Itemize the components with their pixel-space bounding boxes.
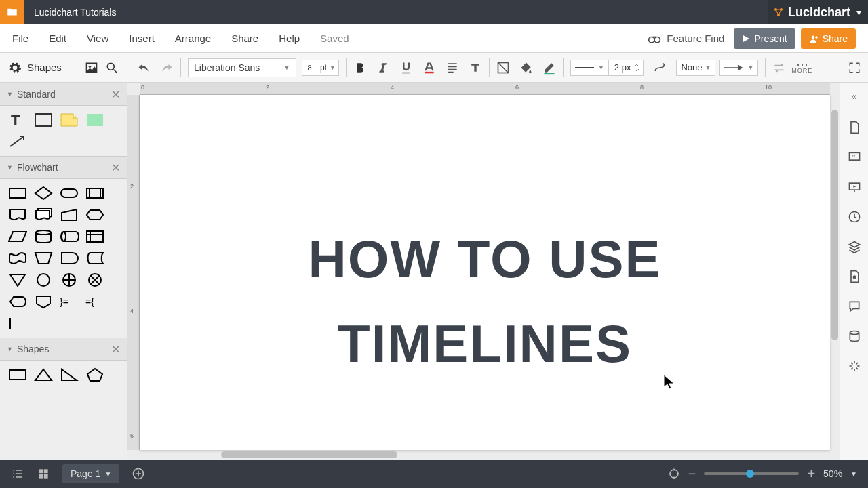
scrollbar-thumb[interactable]	[831, 110, 838, 340]
search-icon[interactable]	[105, 61, 119, 75]
multidoc-shape[interactable]	[34, 207, 53, 222]
database-shape[interactable]	[34, 229, 53, 244]
delay-shape[interactable]	[60, 251, 79, 266]
brand-menu[interactable]: Lucidchart ▾	[768, 0, 868, 24]
text-shape[interactable]: T	[8, 113, 27, 127]
card-shape[interactable]	[8, 316, 27, 331]
image-icon[interactable]	[85, 61, 98, 75]
data-icon[interactable]	[848, 329, 861, 343]
master-page-icon[interactable]	[848, 270, 861, 283]
border-color-icon[interactable]	[542, 61, 556, 75]
palette-header-standard[interactable]: ▼ Standard ✕	[0, 83, 127, 106]
menu-insert[interactable]: Insert	[129, 33, 155, 44]
text-box-icon[interactable]	[469, 61, 482, 75]
font-unit-select[interactable]: pt ▼	[317, 60, 339, 76]
share-button[interactable]: Share	[801, 28, 856, 49]
more-button[interactable]: ⋯ MORE	[791, 62, 812, 74]
scrollbar-vertical[interactable]	[830, 89, 840, 453]
menu-help[interactable]: Help	[279, 33, 300, 44]
presentation-icon[interactable]	[848, 180, 861, 194]
feature-find-button[interactable]: Feature Find	[648, 33, 724, 44]
italic-icon[interactable]	[376, 61, 390, 75]
present-button[interactable]: Present	[734, 28, 795, 49]
list-view-icon[interactable]	[11, 467, 24, 481]
predefined-shape[interactable]	[85, 186, 104, 201]
manual-input-shape[interactable]	[60, 207, 79, 222]
comment-icon[interactable]: ""	[848, 150, 861, 164]
or-shape[interactable]	[60, 272, 79, 287]
add-page-icon[interactable]	[132, 467, 145, 481]
font-family-select[interactable]: Liberation Sans ▼	[188, 58, 296, 77]
endpoint-left-select[interactable]: None ▼	[676, 60, 715, 76]
process-shape[interactable]	[8, 186, 27, 201]
zoom-out-button[interactable]: −	[688, 466, 696, 482]
zoom-value[interactable]: 50%	[823, 468, 842, 479]
display-shape[interactable]	[8, 294, 27, 309]
menu-edit[interactable]: Edit	[49, 33, 66, 44]
document-title[interactable]: Lucidchart Tutorials	[34, 7, 116, 18]
close-icon[interactable]: ✕	[111, 343, 120, 356]
canvas-area[interactable]: 0 2 4 6 8 10 2 4 6 HOW TO USE TIMELINES	[127, 83, 840, 460]
zoom-slider[interactable]	[704, 472, 799, 475]
bold-icon[interactable]	[353, 61, 367, 75]
off-page-shape[interactable]	[34, 294, 53, 309]
history-icon[interactable]	[848, 210, 861, 224]
text-color-icon[interactable]	[422, 61, 436, 75]
palette-header-shapes[interactable]: ▼ Shapes ✕	[0, 338, 127, 361]
folder-icon[interactable]	[0, 0, 24, 24]
sum-junction-shape[interactable]	[85, 272, 104, 287]
gear-icon[interactable]	[8, 61, 22, 75]
document-shape[interactable]	[8, 207, 27, 222]
merge-shape[interactable]	[8, 272, 27, 287]
endpoint-right-select[interactable]: ▼	[719, 60, 758, 76]
note-shape[interactable]	[60, 113, 79, 127]
stored-data-shape[interactable]	[85, 251, 104, 266]
page-tab[interactable]: Page 1 ▼	[62, 464, 119, 483]
rect-shape[interactable]	[8, 367, 27, 382]
page-icon[interactable]	[848, 121, 861, 134]
scrollbar-horizontal[interactable]	[140, 450, 830, 460]
brace-right-shape[interactable]: }=	[60, 294, 79, 309]
block-shape[interactable]	[85, 113, 104, 127]
pentagon-shape[interactable]	[85, 367, 104, 382]
direct-data-shape[interactable]	[60, 229, 79, 244]
preparation-shape[interactable]	[85, 207, 104, 222]
close-icon[interactable]: ✕	[111, 88, 120, 101]
palette-header-flowchart[interactable]: ▼ Flowchart ✕	[0, 156, 127, 179]
close-icon[interactable]: ✕	[111, 161, 120, 174]
font-size-input[interactable]: 8	[302, 60, 317, 76]
manual-op-shape[interactable]	[34, 251, 53, 266]
decision-shape[interactable]	[34, 186, 53, 201]
line-width-input[interactable]: 2 px	[609, 60, 644, 76]
undo-icon[interactable]	[137, 61, 151, 75]
arrow-shape[interactable]	[8, 134, 27, 149]
layers-icon[interactable]	[848, 240, 861, 253]
connector-shape[interactable]	[34, 272, 53, 287]
menu-share[interactable]: Share	[231, 33, 258, 44]
paper-tape-shape[interactable]	[8, 251, 27, 266]
swap-icon[interactable]	[772, 61, 786, 75]
shape-fill-icon[interactable]	[496, 61, 510, 75]
magic-icon[interactable]	[848, 359, 861, 373]
collapse-right-button[interactable]: «	[840, 88, 868, 104]
menu-arrange[interactable]: Arrange	[175, 33, 211, 44]
data-shape[interactable]	[8, 229, 27, 244]
zoom-slider-knob[interactable]	[746, 470, 754, 478]
grid-view-icon[interactable]	[37, 467, 50, 481]
scrollbar-thumb[interactable]	[221, 451, 397, 458]
chat-icon[interactable]	[848, 300, 861, 313]
fullscreen-button[interactable]	[840, 53, 868, 82]
triangle-shape[interactable]	[34, 367, 53, 382]
redo-icon[interactable]	[160, 61, 174, 75]
rectangle-shape[interactable]	[34, 113, 53, 127]
terminator-shape[interactable]	[60, 186, 79, 201]
canvas-page[interactable]: HOW TO USE TIMELINES	[140, 95, 830, 450]
fill-bucket-icon[interactable]	[519, 61, 533, 75]
menu-view[interactable]: View	[87, 33, 108, 44]
underline-icon[interactable]	[399, 61, 413, 75]
zoom-in-button[interactable]: +	[807, 466, 815, 482]
internal-storage-shape[interactable]	[85, 229, 104, 244]
right-triangle-shape[interactable]	[60, 367, 79, 382]
line-curve-icon[interactable]	[653, 61, 667, 75]
align-icon[interactable]	[446, 61, 459, 75]
